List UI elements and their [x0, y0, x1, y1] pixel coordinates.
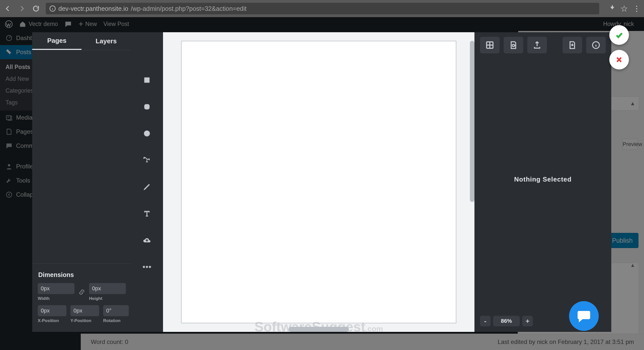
tool-rounded-rect-icon[interactable]	[142, 102, 152, 112]
width-input[interactable]: 0px	[38, 283, 74, 294]
link-dimensions-icon[interactable]	[78, 287, 85, 297]
dimensions-heading: Dimensions	[32, 266, 131, 283]
cancel-button[interactable]	[609, 50, 629, 69]
svg-point-13	[512, 44, 515, 47]
browser-forward-button[interactable]	[18, 4, 26, 13]
url-path: /wp-admin/post.php?post=32&action=edit	[131, 5, 247, 12]
editor-left-panel: Pages Layers Dimensions 0px Width 0px He…	[32, 32, 131, 332]
export-button[interactable]	[527, 37, 547, 53]
extension-icon[interactable]	[609, 5, 615, 12]
rotation-label: Rotation	[103, 318, 129, 323]
zoom-controls: - 86% +	[480, 316, 533, 326]
ypos-input[interactable]: 0px	[70, 305, 99, 316]
height-label: Height	[89, 296, 126, 301]
xpos-label: X-Position	[38, 318, 66, 323]
browser-back-button[interactable]	[4, 4, 12, 13]
svg-point-12	[149, 266, 151, 268]
info-button[interactable]	[586, 37, 606, 53]
svg-rect-8	[144, 104, 149, 109]
zoom-in-button[interactable]: +	[522, 316, 533, 326]
tool-pen-icon[interactable]	[142, 155, 152, 165]
site-info-icon[interactable]	[49, 5, 56, 12]
browser-menu-icon[interactable]: ⋮	[633, 5, 640, 12]
zoom-value[interactable]: 86%	[493, 316, 520, 326]
chat-support-button[interactable]	[569, 301, 599, 331]
tool-ellipse-icon[interactable]	[142, 128, 152, 138]
xpos-input[interactable]: 0px	[38, 305, 66, 316]
tool-column	[131, 32, 163, 332]
import-page-button[interactable]	[562, 37, 582, 53]
address-bar[interactable]: dev-vectr.pantheonsite.io/wp-admin/post.…	[46, 3, 599, 14]
rotation-input[interactable]: 0°	[103, 305, 129, 316]
svg-rect-7	[144, 78, 149, 83]
browser-chrome: dev-vectr.pantheonsite.io/wp-admin/post.…	[0, 0, 644, 17]
tool-more-icon[interactable]	[142, 262, 152, 272]
url-host: dev-vectr.pantheonsite.io	[58, 5, 128, 12]
artboard[interactable]	[181, 41, 456, 323]
tab-pages[interactable]: Pages	[32, 32, 82, 50]
tool-rectangle-icon[interactable]	[142, 75, 152, 85]
ypos-label: Y-Position	[70, 318, 99, 323]
height-input[interactable]: 0px	[89, 283, 126, 294]
svg-point-10	[143, 266, 145, 268]
grid-settings-button[interactable]	[480, 37, 500, 53]
horizontal-scrollbar[interactable]	[289, 327, 349, 332]
width-label: Width	[38, 296, 74, 301]
tool-pencil-icon[interactable]	[142, 182, 152, 192]
tool-upload-icon[interactable]	[142, 235, 152, 245]
svg-point-11	[146, 266, 148, 268]
browser-reload-button[interactable]	[32, 4, 40, 13]
bookmark-star-icon[interactable]: ☆	[620, 4, 628, 13]
left-tabs: Pages Layers	[32, 32, 131, 50]
tool-text-icon[interactable]	[142, 208, 152, 219]
confirm-button[interactable]	[609, 25, 629, 45]
nothing-selected-label: Nothing Selected	[474, 176, 611, 183]
vertical-scrollbar[interactable]	[470, 41, 474, 202]
editor-right-panel: Nothing Selected - 86% +	[474, 32, 611, 332]
svg-point-9	[144, 131, 150, 136]
vectr-editor: Pages Layers Dimensions 0px Width 0px He…	[32, 32, 611, 332]
tab-layers[interactable]: Layers	[82, 32, 131, 50]
page-settings-button[interactable]	[504, 37, 523, 53]
zoom-out-button[interactable]: -	[480, 316, 491, 326]
canvas-area[interactable]: SoftwareSuggest.com	[163, 32, 474, 332]
